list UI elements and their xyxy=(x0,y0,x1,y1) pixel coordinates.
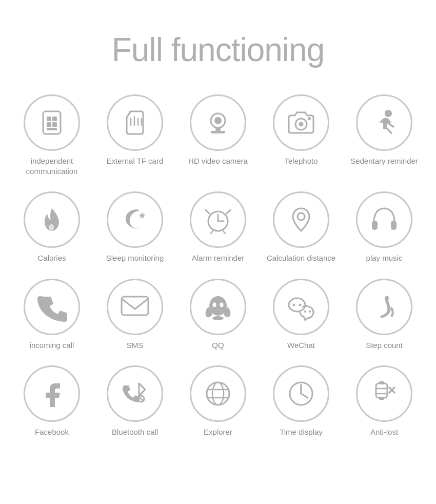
svg-rect-3 xyxy=(47,122,51,127)
svg-line-39 xyxy=(140,397,143,400)
feature-item-explorer: Explorer xyxy=(179,365,257,437)
svg-point-30 xyxy=(220,302,224,307)
icon-circle-sedentary-reminder xyxy=(356,94,412,151)
feature-item-sms: SMS xyxy=(96,279,174,351)
icon-circle-incoming-call xyxy=(24,279,80,335)
feature-label-telephoto: Telephoto xyxy=(284,156,318,166)
feature-label-calories: Calories xyxy=(37,253,66,263)
svg-text:★: ★ xyxy=(138,210,146,221)
page-title: Full functioning xyxy=(112,31,324,69)
svg-rect-47 xyxy=(376,383,387,398)
svg-line-6 xyxy=(127,111,130,118)
icon-circle-sms xyxy=(107,279,163,335)
feature-label-hd-video-camera: HD video camera xyxy=(188,156,248,166)
icon-circle-calories xyxy=(24,191,80,248)
svg-point-31 xyxy=(289,298,305,312)
feature-label-wechat: WeChat xyxy=(287,340,315,351)
feature-item-bluetooth-call: Bluetooth call xyxy=(96,365,174,437)
svg-point-28 xyxy=(212,316,224,320)
svg-rect-2 xyxy=(52,117,57,121)
feature-item-alarm-reminder: Alarm reminder xyxy=(179,191,257,263)
svg-rect-13 xyxy=(215,128,221,131)
feature-label-bluetooth-call: Bluetooth call xyxy=(112,427,158,437)
icon-circle-hd-video-camera xyxy=(190,94,246,151)
icon-circle-independent-communication xyxy=(24,94,80,151)
feature-item-independent-communication: independent communication xyxy=(13,94,91,176)
icon-circle-sleep-monitoring: ★ xyxy=(107,191,163,248)
feature-label-independent-communication: independent communication xyxy=(13,156,91,176)
icon-circle-facebook xyxy=(24,365,80,422)
svg-point-29 xyxy=(213,302,216,307)
features-grid: independent communicationExternal TF car… xyxy=(13,94,423,437)
feature-item-hd-video-camera: HD video camera xyxy=(179,94,257,176)
svg-rect-14 xyxy=(211,131,225,133)
feature-label-alarm-reminder: Alarm reminder xyxy=(192,253,245,263)
svg-point-18 xyxy=(385,110,392,117)
feature-label-step-count: Step count xyxy=(366,340,403,351)
svg-rect-26 xyxy=(122,297,148,315)
feature-item-external-tf-card: External TF card xyxy=(96,94,174,176)
feature-label-qq: QQ xyxy=(212,340,224,351)
svg-point-27 xyxy=(209,296,227,316)
feature-item-telephoto: Telephoto xyxy=(262,94,340,176)
feature-label-time-display: Time display xyxy=(280,427,323,437)
feature-item-sleep-monitoring: ★Sleep monitoring xyxy=(96,191,174,263)
feature-label-sleep-monitoring: Sleep monitoring xyxy=(106,253,164,263)
svg-rect-51 xyxy=(379,397,384,400)
feature-item-wechat: WeChat xyxy=(262,279,340,351)
feature-label-incoming-call: incoming call xyxy=(30,340,74,351)
feature-label-facebook: Facebook xyxy=(35,427,69,437)
svg-rect-24 xyxy=(372,221,378,230)
svg-line-46 xyxy=(301,394,308,398)
feature-label-external-tf-card: External TF card xyxy=(107,156,164,166)
svg-point-34 xyxy=(304,310,306,312)
icon-circle-calculation-distance xyxy=(273,191,329,248)
feature-label-sedentary-reminder: Sedentary reminder xyxy=(350,156,418,166)
icon-circle-time-display xyxy=(273,365,329,422)
icon-circle-explorer xyxy=(190,365,246,422)
svg-point-35 xyxy=(309,310,311,312)
icon-circle-anti-lost xyxy=(356,365,412,422)
feature-item-step-count: Step count xyxy=(345,279,423,351)
svg-point-41 xyxy=(212,382,224,405)
icon-circle-qq xyxy=(190,279,246,335)
svg-rect-0 xyxy=(43,111,61,134)
svg-point-17 xyxy=(308,117,311,120)
icon-circle-wechat xyxy=(273,279,329,335)
feature-item-incoming-call: incoming call xyxy=(13,279,91,351)
svg-point-40 xyxy=(207,382,229,405)
icon-circle-external-tf-card xyxy=(107,94,163,151)
svg-point-33 xyxy=(299,303,302,306)
feature-item-time-display: Time display xyxy=(262,365,340,437)
feature-item-sedentary-reminder: Sedentary reminder xyxy=(345,94,423,176)
svg-point-16 xyxy=(299,122,304,127)
feature-label-play-music: play music xyxy=(366,253,403,263)
svg-rect-5 xyxy=(47,128,57,130)
feature-item-calories: Calories xyxy=(13,191,91,263)
svg-rect-25 xyxy=(391,221,397,230)
svg-point-12 xyxy=(214,117,222,124)
feature-label-calculation-distance: Calculation distance xyxy=(267,253,335,263)
icon-circle-step-count xyxy=(356,279,412,335)
icon-circle-telephoto xyxy=(273,94,329,151)
icon-circle-bluetooth-call xyxy=(107,365,163,422)
feature-item-play-music: play music xyxy=(345,191,423,263)
svg-point-23 xyxy=(298,213,305,220)
feature-item-anti-lost: Anti-lost xyxy=(345,365,423,437)
feature-item-facebook: Facebook xyxy=(13,365,91,437)
feature-label-anti-lost: Anti-lost xyxy=(370,427,398,437)
feature-label-sms: SMS xyxy=(127,340,144,351)
svg-rect-1 xyxy=(47,117,51,121)
feature-label-explorer: Explorer xyxy=(204,427,232,437)
feature-item-qq: QQ xyxy=(179,279,257,351)
svg-rect-4 xyxy=(52,122,57,127)
svg-point-32 xyxy=(293,303,295,306)
icon-circle-play-music xyxy=(356,191,412,248)
icon-circle-alarm-reminder xyxy=(190,191,246,248)
svg-rect-50 xyxy=(379,381,384,384)
feature-item-calculation-distance: Calculation distance xyxy=(262,191,340,263)
